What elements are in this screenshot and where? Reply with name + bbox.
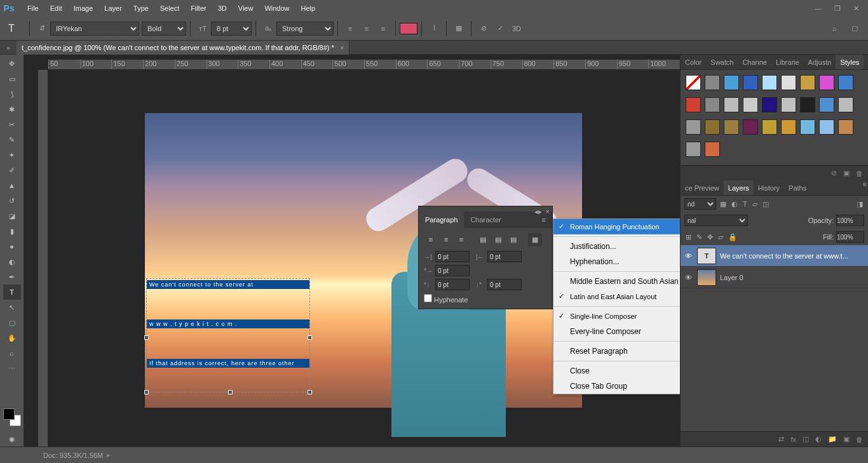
lock-all-icon[interactable]: ⊞ <box>686 233 691 241</box>
menu-layer[interactable]: Layer <box>98 0 128 17</box>
style-swatch[interactable] <box>781 97 796 112</box>
tab-layers[interactable]: Layers <box>724 180 754 195</box>
link-layers-icon[interactable]: ⇄ <box>778 435 784 443</box>
text-orientation-icon[interactable]: ⇵ <box>35 22 49 36</box>
justify-all[interactable]: ▦ <box>528 233 542 246</box>
layer-mask-icon[interactable]: ◫ <box>803 435 809 443</box>
style-swatch[interactable] <box>762 97 777 112</box>
style-swatch[interactable] <box>705 119 720 135</box>
lock-icon[interactable]: 🔒 <box>728 233 737 241</box>
text-color-swatch[interactable] <box>400 23 417 34</box>
document-tab[interactable]: t_confidence.jpg @ 100% (We can't connec… <box>17 41 349 55</box>
color-swatches[interactable] <box>3 408 21 426</box>
quick-mask[interactable]: ◉ <box>3 431 21 446</box>
crop-tool[interactable]: ✂ <box>3 117 21 132</box>
adjustment-layer-icon[interactable]: ◐ <box>815 435 822 443</box>
first-line-input[interactable] <box>435 265 470 276</box>
menu-view[interactable]: View <box>233 0 259 17</box>
style-swatch[interactable] <box>819 97 834 112</box>
layer-name[interactable]: Layer 0 <box>720 274 743 281</box>
menu-middle-eastern[interactable]: Middle Eastern and South Asian Layout <box>553 274 680 289</box>
space-after-input[interactable] <box>487 279 522 290</box>
gradient-tool[interactable]: ▮ <box>3 224 21 239</box>
warp-text-icon[interactable]: ⌇ <box>427 22 441 36</box>
opacity-input[interactable] <box>836 215 864 226</box>
marquee-tool[interactable]: ▭ <box>3 71 21 86</box>
layer-name[interactable]: We can't connect to the server at www.t.… <box>720 252 848 260</box>
style-swatch[interactable] <box>724 97 739 112</box>
blend-mode-select[interactable]: nal <box>684 215 748 226</box>
justify-left[interactable]: ▤ <box>476 233 490 246</box>
move-tool[interactable]: ✥ <box>3 56 21 71</box>
menu-type[interactable]: Type <box>128 0 154 17</box>
menu-filter[interactable]: Filter <box>185 0 212 17</box>
pen-tool[interactable]: ✒ <box>3 269 21 285</box>
menu-latin-asian[interactable]: ✓Latin and East Asian Layout <box>553 289 680 304</box>
justify-right[interactable]: ▤ <box>506 233 520 246</box>
menu-image[interactable]: Image <box>68 0 99 17</box>
restore-icon[interactable]: ❐ <box>834 4 841 13</box>
style-swatch[interactable] <box>838 75 853 90</box>
text-bounding-box[interactable]: We can't connect to the server at w w w … <box>146 278 310 393</box>
delete-layer-icon[interactable]: 🗑 <box>856 436 863 443</box>
menu-single-line[interactable]: ✓Single-line Composer <box>553 309 680 324</box>
delete-style-icon[interactable]: 🗑 <box>856 170 863 177</box>
font-family-select[interactable]: IRYekan <box>50 22 139 36</box>
menu-roman-hanging[interactable]: ✓Roman Hanging Punctuation <box>553 219 680 234</box>
align-right-icon[interactable]: ≡ <box>376 22 390 36</box>
filter-shape-icon[interactable]: ▱ <box>752 200 757 208</box>
align-left[interactable]: ≡ <box>424 233 438 246</box>
tab-paths[interactable]: Paths <box>784 180 811 195</box>
style-swatch[interactable] <box>762 119 777 135</box>
style-swatch[interactable] <box>686 142 701 157</box>
tab-libraries[interactable]: Librarie <box>771 55 804 69</box>
tab-character[interactable]: Character <box>464 211 507 228</box>
new-style-icon[interactable]: ▣ <box>843 169 850 177</box>
tab-color[interactable]: Color <box>681 55 706 69</box>
style-swatch[interactable] <box>724 119 739 135</box>
layers-menu-icon[interactable]: ≡ <box>863 180 867 195</box>
lasso-tool[interactable]: ⟆ <box>3 86 21 102</box>
style-swatch[interactable] <box>781 119 796 135</box>
hyphenate-checkbox[interactable]: Hyphenate <box>424 296 468 304</box>
type-tool[interactable]: T <box>3 285 21 300</box>
blur-tool[interactable]: ● <box>3 239 21 254</box>
text-line-2[interactable]: w w w . t y p e k i t . c o m . <box>147 319 309 328</box>
menu-close-tab-group[interactable]: Close Tab Group <box>553 379 680 394</box>
filter-toggle-icon[interactable]: ◨ <box>857 200 863 208</box>
tab-preview[interactable]: ce Preview <box>681 180 724 195</box>
menu-help[interactable]: Help <box>295 0 322 17</box>
share-icon[interactable]: ▢ <box>848 22 862 36</box>
menu-3d[interactable]: 3D <box>212 0 233 17</box>
style-swatch[interactable] <box>743 97 758 112</box>
style-swatch[interactable] <box>705 142 720 157</box>
style-swatch[interactable] <box>819 75 834 90</box>
font-size-select[interactable]: 8 pt <box>211 22 252 36</box>
panel-toggle-icon[interactable]: » <box>0 44 17 51</box>
search-icon[interactable]: ⌕ <box>827 22 841 36</box>
brush-tool[interactable]: ✐ <box>3 163 21 178</box>
style-swatch[interactable] <box>743 75 758 90</box>
new-layer-icon[interactable]: ▣ <box>843 435 850 443</box>
shape-tool[interactable]: ▢ <box>3 315 21 330</box>
group-icon[interactable]: 📁 <box>828 435 837 443</box>
hand-tool[interactable]: ✋ <box>3 330 21 346</box>
menu-file[interactable]: File <box>22 0 44 17</box>
paragraph-panel[interactable]: ◂▸× Paragraph Character ≡ ≡ ≡ ≡ ▤ ▤ ▤ ▦ <box>418 206 553 309</box>
align-left-icon[interactable]: ≡ <box>343 22 357 36</box>
minimize-icon[interactable]: ― <box>815 4 822 12</box>
style-swatch[interactable] <box>819 119 834 135</box>
commit-icon[interactable]: ✓ <box>493 22 507 36</box>
menu-close[interactable]: Close <box>553 363 680 379</box>
text-line-1[interactable]: We can't connect to the server at <box>147 280 309 289</box>
antialias-select[interactable]: Strong <box>276 22 334 36</box>
cancel-icon[interactable]: ⊘ <box>477 22 491 36</box>
font-weight-select[interactable]: Bold <box>142 22 186 36</box>
style-swatch[interactable] <box>686 119 701 135</box>
menu-reset-paragraph[interactable]: Reset Paragraph <box>553 344 680 359</box>
layer-row-background[interactable]: 👁 Layer 0 <box>681 267 868 288</box>
style-swatch[interactable] <box>838 119 853 135</box>
visibility-icon[interactable]: 👁 <box>683 274 693 281</box>
style-swatch[interactable] <box>800 75 815 90</box>
char-panel-icon[interactable]: ▦ <box>452 22 466 36</box>
